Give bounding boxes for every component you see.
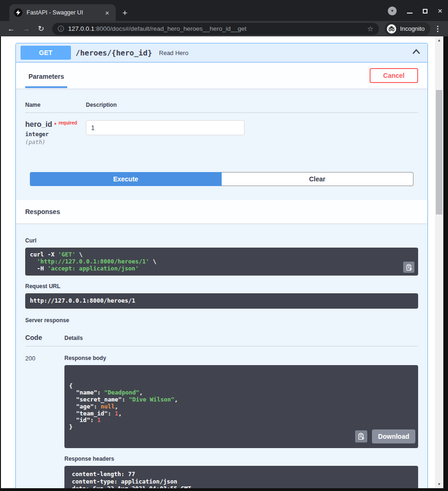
reload-icon[interactable]: ↻: [35, 24, 48, 33]
column-details: Details: [64, 335, 83, 341]
url-bar[interactable]: i 127.0.0.1:8000/docs#/default/read_hero…: [52, 23, 379, 35]
response-body-block: { "name": "Deadpond", "secret_name": "Di…: [64, 365, 418, 448]
swagger-page: GET /heroes/{hero_id} Read Hero Paramete…: [1, 36, 435, 488]
maximize-button[interactable]: [423, 9, 427, 14]
status-code: 200: [25, 354, 64, 488]
request-url-value: http://127.0.0.1:8000/heroes/1: [25, 293, 418, 309]
window-close-button[interactable]: ×: [438, 7, 442, 15]
download-button[interactable]: Download: [372, 429, 415, 443]
bookmark-star-icon[interactable]: ☆: [367, 25, 373, 33]
cancel-button[interactable]: Cancel: [370, 68, 418, 83]
responses-section-header: Responses: [16, 200, 427, 223]
curl-label: Curl: [25, 237, 418, 244]
responses-area: Curl curl -X 'GET' \ 'http://127.0.0.1:8…: [16, 223, 427, 488]
incognito-icon: [387, 24, 396, 34]
hero-id-input[interactable]: [86, 120, 245, 135]
incognito-badge: Incognito: [385, 22, 430, 35]
incognito-label: Incognito: [400, 25, 425, 32]
fastapi-favicon-icon: [14, 8, 22, 17]
opblock-get-heroes: GET /heroes/{hero_id} Read Hero Paramete…: [15, 43, 428, 488]
tab-parameters[interactable]: Parameters: [25, 63, 67, 88]
execute-row: Execute Clear: [30, 172, 413, 186]
vertical-scrollbar[interactable]: ▲ ▼: [435, 36, 443, 488]
chrome-caret-icon[interactable]: ▼: [388, 7, 397, 15]
site-info-icon[interactable]: i: [58, 26, 64, 32]
required-star: *: [54, 122, 56, 128]
server-response-label: Server response: [25, 317, 418, 324]
endpoint-path: /heroes/{hero_id}: [76, 48, 152, 57]
scrollbar-thumb[interactable]: [436, 90, 442, 214]
forward-icon[interactable]: →: [20, 25, 33, 33]
responses-title: Responses: [25, 208, 60, 215]
back-icon[interactable]: ←: [5, 25, 18, 33]
tab-strip: FastAPI - Swagger UI × + ▼ ×: [0, 0, 448, 21]
endpoint-summary: Read Hero: [159, 49, 189, 56]
collapse-chevron-icon[interactable]: [410, 46, 423, 59]
parameters-section-header: Parameters Cancel: [16, 62, 427, 89]
copy-response-button[interactable]: [355, 430, 367, 443]
server-response-row: 200 Response body { "name": "Deadpond", …: [25, 346, 418, 488]
scroll-down-icon[interactable]: ▼: [435, 482, 443, 486]
parameters-table-header: Name Description: [25, 102, 418, 113]
tab-close-icon[interactable]: ×: [103, 9, 111, 17]
parameter-name: hero_id * required: [25, 120, 86, 129]
new-tab-button[interactable]: +: [122, 8, 127, 17]
opblock-header[interactable]: GET /heroes/{hero_id} Read Hero: [16, 43, 427, 62]
response-headers-block: content-length: 77 content-type: applica…: [64, 466, 418, 488]
execute-button[interactable]: Execute: [30, 172, 222, 186]
column-name: Name: [25, 102, 86, 108]
server-response-table-header: Code Details: [25, 327, 418, 346]
minimize-button[interactable]: [407, 13, 413, 14]
column-code: Code: [25, 334, 64, 341]
curl-code-block: curl -X 'GET' \ 'http://127.0.0.1:8000/h…: [25, 248, 418, 276]
parameter-row: hero_id * required integer (path): [25, 120, 418, 145]
http-method-badge: GET: [21, 46, 71, 60]
tab-title: FastAPI - Swagger UI: [27, 9, 103, 16]
required-label: required: [58, 120, 77, 125]
scroll-up-icon[interactable]: ▲: [435, 38, 443, 42]
parameters-area: Name Description hero_id * required inte…: [16, 89, 427, 200]
response-body-label: Response body: [64, 355, 418, 361]
column-description: Description: [86, 102, 117, 108]
clear-button[interactable]: Clear: [222, 172, 414, 186]
request-url-label: Request URL: [25, 283, 418, 290]
browser-menu-icon[interactable]: ⋮: [432, 24, 443, 33]
url-text: 127.0.0.1:8000/docs#/default/read_hero_h…: [68, 25, 364, 32]
copy-curl-button[interactable]: [403, 262, 414, 273]
browser-tab[interactable]: FastAPI - Swagger UI ×: [9, 4, 116, 21]
response-headers-label: Response headers: [64, 456, 418, 462]
parameter-type: integer: [25, 131, 86, 138]
browser-toolbar: ← → ↻ i 127.0.0.1:8000/docs#/default/rea…: [0, 21, 448, 36]
parameter-location: (path): [25, 139, 86, 145]
